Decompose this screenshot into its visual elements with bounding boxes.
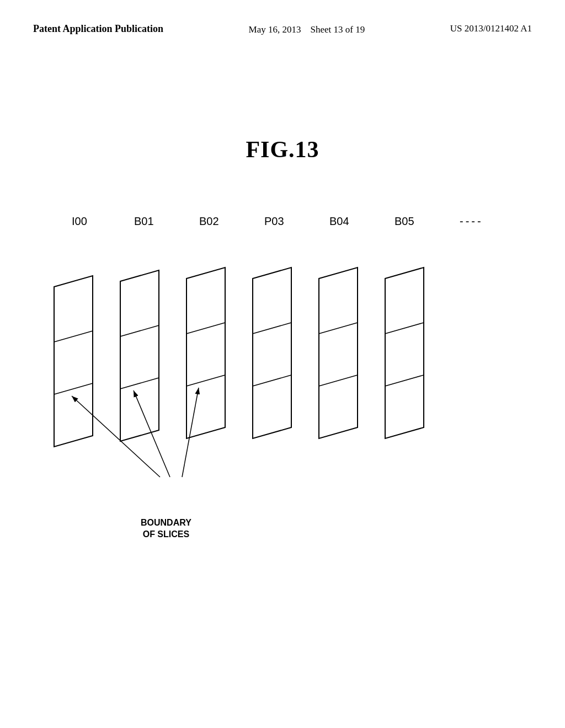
svg-marker-0 (54, 276, 93, 447)
svg-marker-6 (186, 267, 225, 438)
svg-marker-3 (120, 270, 159, 441)
frame-b04 (319, 267, 358, 438)
frame-b01 (120, 270, 159, 441)
diagram-container: I00 B01 B02 P03 B04 B05 ---- (33, 215, 532, 574)
boundary-line2: OF SLICES (143, 529, 189, 539)
sheet-info: May 16, 2013 Sheet 13 of 19 (249, 22, 365, 37)
boundary-of-slices-label: BOUNDARY OF SLICES (141, 517, 191, 540)
svg-marker-12 (319, 267, 358, 438)
publication-label: Patent Application Publication (33, 22, 163, 36)
frame-b05 (385, 267, 424, 438)
svg-marker-15 (385, 267, 424, 438)
frame-p03 (253, 267, 291, 438)
date-label: May 16, 2013 (249, 24, 301, 35)
sheet-label: Sheet 13 of 19 (310, 24, 365, 35)
figure-title: FIG.13 (0, 136, 565, 163)
page-header: Patent Application Publication May 16, 2… (0, 0, 565, 37)
svg-marker-9 (253, 267, 291, 438)
frame-labels-row: I00 B01 B02 P03 B04 B05 ---- (66, 215, 519, 228)
patent-number: US 2013/0121402 A1 (450, 22, 532, 35)
label-b01: B01 (131, 215, 196, 228)
frame-b02 (186, 267, 225, 438)
label-b05: B05 (392, 215, 457, 228)
label-dots: ---- (457, 215, 501, 228)
frame-diagram-svg (33, 237, 530, 513)
frame-i00 (54, 276, 93, 447)
label-b02: B02 (196, 215, 262, 228)
label-b04: B04 (327, 215, 392, 228)
label-i00: I00 (66, 215, 131, 228)
boundary-line1: BOUNDARY (141, 518, 191, 527)
label-p03: P03 (262, 215, 327, 228)
